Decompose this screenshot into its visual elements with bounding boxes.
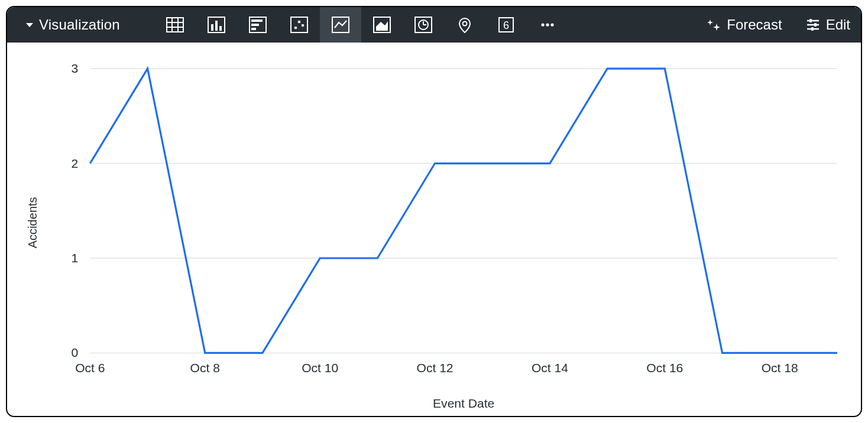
svg-marker-19: [376, 21, 388, 31]
viz-single-value-button[interactable]: 6: [485, 7, 527, 43]
viz-column-button[interactable]: [196, 7, 237, 43]
gridlines: [90, 69, 837, 353]
y-tick-label: 0: [72, 346, 79, 359]
viz-line-button[interactable]: [320, 7, 361, 43]
data-series-line: [90, 69, 837, 353]
viz-map-button[interactable]: [444, 7, 485, 43]
svg-point-14: [294, 27, 297, 30]
map-pin-icon: [456, 16, 474, 34]
svg-point-29: [550, 23, 553, 26]
x-tick-label: Oct 8: [190, 361, 220, 375]
area-chart-icon: [373, 16, 391, 34]
viz-bar-button[interactable]: [237, 7, 278, 43]
svg-point-16: [302, 24, 305, 27]
svg-rect-33: [814, 23, 817, 27]
svg-rect-13: [291, 17, 307, 32]
table-icon: [166, 16, 184, 34]
scatter-icon: [290, 16, 308, 34]
viz-type-buttons: 6: [154, 7, 568, 43]
bar-chart-icon: [249, 16, 267, 34]
x-tick-label: Oct 16: [646, 361, 683, 375]
svg-rect-35: [811, 27, 814, 31]
line-chart-icon: [332, 16, 349, 34]
settings-sliders-icon: [806, 18, 820, 32]
y-tick-label: 3: [72, 61, 79, 75]
svg-rect-0: [167, 18, 183, 32]
y-axis-title: Accidents: [26, 197, 39, 248]
svg-rect-11: [251, 24, 259, 26]
edit-button[interactable]: Edit: [806, 17, 850, 33]
viz-more-button[interactable]: [527, 7, 568, 43]
x-axis-title: Event Date: [433, 396, 494, 410]
line-chart[interactable]: 0123 Oct 6Oct 8Oct 10Oct 12Oct 14Oct 16O…: [19, 51, 849, 412]
x-tick-label: Oct 18: [762, 361, 798, 375]
svg-text:6: 6: [503, 19, 509, 31]
clock-icon: [414, 16, 432, 34]
svg-rect-17: [332, 17, 349, 32]
visualization-panel: Visualization: [6, 6, 862, 417]
visualization-toolbar: Visualization: [7, 7, 861, 43]
svg-rect-8: [219, 26, 222, 31]
x-tick-label: Oct 10: [302, 361, 338, 375]
svg-point-28: [546, 23, 549, 26]
y-axis: 0123: [72, 61, 79, 359]
svg-point-24: [462, 22, 467, 26]
viz-table-button[interactable]: [154, 7, 196, 43]
viz-area-button[interactable]: [361, 7, 403, 43]
visualization-title: Visualization: [39, 17, 120, 33]
caret-down-icon: [26, 23, 33, 27]
y-tick-label: 1: [72, 251, 79, 265]
viz-scatter-button[interactable]: [278, 7, 320, 43]
svg-rect-12: [251, 28, 256, 30]
x-tick-label: Oct 12: [417, 361, 454, 375]
svg-rect-7: [215, 21, 218, 31]
x-axis: Oct 6Oct 8Oct 10Oct 12Oct 14Oct 16Oct 18: [75, 361, 798, 375]
visualization-dropdown[interactable]: Visualization: [13, 17, 131, 33]
y-tick-label: 2: [72, 157, 79, 170]
svg-point-27: [541, 23, 544, 26]
forecast-icon: [707, 18, 721, 32]
ellipsis-icon: [539, 16, 556, 34]
forecast-button[interactable]: Forecast: [707, 17, 782, 33]
single-value-icon: 6: [497, 16, 515, 34]
forecast-label: Forecast: [727, 17, 782, 33]
x-tick-label: Oct 14: [532, 361, 568, 375]
svg-rect-10: [251, 19, 263, 22]
column-chart-icon: [208, 16, 225, 34]
chart-area: 0123 Oct 6Oct 8Oct 10Oct 12Oct 14Oct 16O…: [7, 43, 861, 417]
viz-timeline-button[interactable]: [403, 7, 444, 43]
svg-rect-31: [809, 19, 812, 22]
svg-rect-6: [211, 24, 213, 31]
toolbar-actions: Forecast Edit: [707, 17, 850, 33]
x-tick-label: Oct 6: [75, 361, 105, 375]
svg-point-15: [298, 21, 301, 24]
edit-label: Edit: [826, 17, 850, 33]
